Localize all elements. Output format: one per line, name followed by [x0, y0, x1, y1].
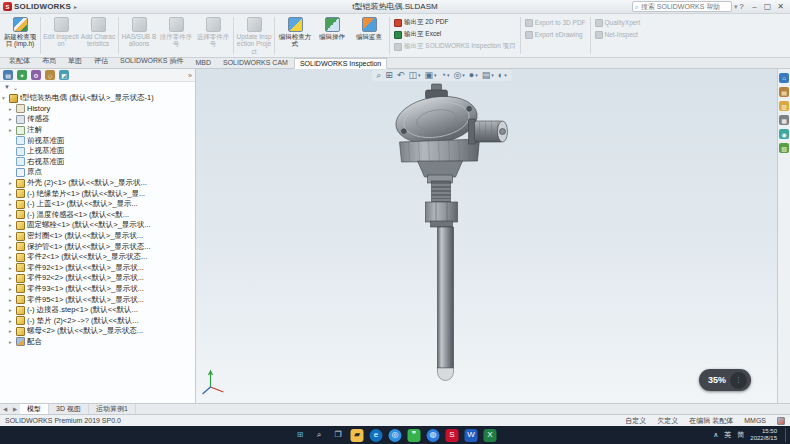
panel-tabs-more-icon[interactable]: »	[188, 72, 192, 79]
sw-resources-icon[interactable]: ⌂	[779, 73, 789, 83]
tab-layout[interactable]: 布局	[36, 54, 62, 68]
tree-item-annotations[interactable]: ▸注解	[0, 125, 195, 136]
expand-arrow-icon[interactable]: ▸	[9, 212, 16, 218]
expand-arrow-icon[interactable]: ▸	[9, 275, 16, 281]
edit-appearance-button[interactable]: ●▾	[469, 71, 478, 80]
export-2d-pdf-button[interactable]: 输出至 2D PDF	[394, 17, 516, 28]
solidworks-app-icon[interactable]: S	[446, 429, 459, 442]
tree-item-part-92-2[interactable]: ▸零件92<2> (默认<<默认>_显示状...	[0, 273, 195, 284]
edge-icon[interactable]: e	[370, 429, 383, 442]
displaymanager-tab[interactable]: ◩	[59, 70, 69, 80]
expand-arrow-icon[interactable]: ▸	[9, 191, 16, 197]
file-explorer-icon[interactable]: ▰	[351, 429, 364, 442]
browser-icon[interactable]: ◎	[389, 429, 402, 442]
menu-expand-arrow-icon[interactable]: ▸	[74, 3, 77, 10]
section-view-button[interactable]: ◫▾	[408, 71, 420, 80]
appearances-scenes-icon[interactable]: ◉	[779, 129, 789, 139]
export-sw-inspection-button[interactable]: 输出至 SOLIDWORKS Inspection 项目	[394, 41, 516, 52]
sort-balloons-button[interactable]: 排序零件序号	[158, 15, 194, 56]
tab-sw-addins[interactable]: SOLIDWORKS 插件	[114, 54, 189, 68]
dimxpertmanager-tab[interactable]: ◇	[45, 70, 55, 80]
chevron-down-icon[interactable]: ▾	[504, 73, 507, 78]
edit-monitor-button[interactable]: 编辑监查	[351, 15, 387, 56]
export-excel-button[interactable]: 输出至 Excel	[394, 29, 516, 40]
doctab-model[interactable]: 模型	[20, 404, 49, 414]
expand-arrow-icon[interactable]: ▸	[9, 116, 16, 122]
capture-overlay-widget[interactable]: 35% ⋮	[699, 369, 751, 391]
custom-properties-icon[interactable]: ▧	[779, 143, 789, 153]
taskbar-clock[interactable]: 15:50 2022/8/15	[750, 428, 777, 442]
tree-item-root[interactable]: ▾t型铠装热电偶 (默认<默认>_显示状态-1)	[0, 93, 195, 104]
task-view-icon[interactable]: ❐	[332, 429, 345, 442]
qualityxpert-button[interactable]: QualityXpert	[595, 17, 641, 28]
zoom-area-button[interactable]: ⊞	[385, 71, 393, 80]
chevron-down-icon[interactable]: ▾	[434, 73, 437, 78]
minimize-button[interactable]: –	[748, 2, 761, 11]
status-tag-icon[interactable]	[777, 417, 785, 425]
search-input[interactable]	[641, 3, 732, 10]
expand-arrow-icon[interactable]: ▸	[9, 222, 16, 228]
tab-evaluate[interactable]: 评估	[88, 54, 114, 68]
new-inspection-project-button[interactable]: 新建检查项目 (imp.h)	[2, 15, 38, 56]
expand-arrow-icon[interactable]: ▸	[9, 201, 16, 207]
tree-item-origin[interactable]: 原点	[0, 167, 195, 178]
maximize-button[interactable]: ▢	[761, 2, 774, 11]
update-inspection-project-button[interactable]: Update Inspection Project	[236, 15, 272, 56]
propertymanager-tab[interactable]: ✦	[17, 70, 27, 80]
tree-item-part-gasket[interactable]: ▸(-) 垫片 (2)<2> ->? (默认<<默认...	[0, 315, 195, 326]
show-desktop-button[interactable]	[785, 428, 787, 442]
hidden-icons-chevron[interactable]: ∧	[713, 431, 718, 439]
tree-item-part-temp-sensor[interactable]: ▸(-) 温度传感器<1> (默认<<默...	[0, 210, 195, 221]
tree-item-part-nut[interactable]: ▸螺母<2> (默认<<默认>_显示状态...	[0, 326, 195, 337]
chevron-down-icon[interactable]: ▾	[491, 73, 494, 78]
chevron-down-icon[interactable]: ▾	[475, 73, 478, 78]
expand-arrow-icon[interactable]: ▸	[9, 127, 16, 133]
help-button[interactable]: ?	[735, 2, 748, 11]
expand-arrow-icon[interactable]: ▸	[9, 307, 16, 313]
tabs-scroll-left[interactable]: ◀	[0, 404, 10, 414]
tree-item-sensors[interactable]: ▸传感器	[0, 114, 195, 125]
expand-arrow-icon[interactable]: ▸	[9, 328, 16, 334]
tab-sw-inspection[interactable]: SOLIDWORKS Inspection	[294, 58, 387, 69]
export-3d-pdf-button[interactable]: Export to 3D PDF	[525, 17, 586, 28]
previous-view-button[interactable]: ↶	[397, 71, 405, 80]
model-3d[interactable]	[196, 69, 777, 403]
file-explorer-pane-icon[interactable]: ▥	[779, 101, 789, 111]
display-style-button[interactable]: ◔▾	[440, 71, 449, 80]
tree-item-part-top-cover[interactable]: ▸(-) 上盖<1> (默认<<默认>_显示...	[0, 199, 195, 210]
chevron-down-icon[interactable]: ▾	[447, 73, 450, 78]
tab-mbd[interactable]: MBD	[189, 57, 217, 68]
tree-item-mates[interactable]: ▸配合	[0, 337, 195, 348]
chevron-down-icon[interactable]: ▾	[462, 73, 465, 78]
close-button[interactable]: ✕	[774, 2, 787, 11]
ime-language-indicator[interactable]: 英	[724, 430, 731, 440]
export-edrawing-button[interactable]: Export eDrawing	[525, 29, 586, 40]
tree-item-part-fixing-bolt[interactable]: ▸固定螺栓<1> (默认<<默认>_显示状...	[0, 220, 195, 231]
tree-item-front-plane[interactable]: 前视基准面	[0, 135, 195, 146]
tabs-scroll-right[interactable]: ▶	[10, 404, 20, 414]
tab-sketch[interactable]: 草图	[62, 54, 88, 68]
tab-assembly[interactable]: 装配体	[3, 54, 36, 68]
tree-item-top-plane[interactable]: 上视基准面	[0, 146, 195, 157]
tree-item-part-92-1[interactable]: ▸零件92<1> (默认<<默认>_显示状...	[0, 263, 195, 274]
expand-arrow-icon[interactable]: ▸	[9, 254, 16, 260]
expand-arrow-icon[interactable]: ▸	[9, 297, 16, 303]
tree-item-part-95[interactable]: ▸零件95<1> (默认<<默认>_显示状...	[0, 294, 195, 305]
add-characteristics-button[interactable]: Add Characteristics	[80, 15, 116, 56]
edit-inspection-button[interactable]: Edit Inspection	[43, 15, 79, 56]
tree-item-part-connector-step[interactable]: ▸(-) 边接器.step<1> (默认<<默认...	[0, 305, 195, 316]
edit-inspection-method-button[interactable]: 编辑检查方式	[277, 15, 313, 56]
edit-operation-button[interactable]: 编辑操作	[314, 15, 350, 56]
filter-chevron-icon[interactable]: ⌄	[13, 84, 18, 91]
tree-item-part-93[interactable]: ▸零件93<1> (默认<<默认>_显示状...	[0, 284, 195, 295]
hide-show-items-button[interactable]: ◎▾	[453, 71, 464, 80]
chevron-down-icon[interactable]: ▾	[418, 73, 421, 78]
tree-item-history[interactable]: ▸History	[0, 104, 195, 115]
filter-funnel-icon[interactable]: ▼	[4, 84, 10, 90]
tree-item-part-2[interactable]: ▸零件2<1> (默认<<默认>_显示状态...	[0, 252, 195, 263]
tree-item-right-plane[interactable]: 右视基准面	[0, 157, 195, 168]
tree-item-part-insulation-gasket[interactable]: ▸(-) 绝缘垫片<1> (默认<<默认>_显...	[0, 188, 195, 199]
design-library-icon[interactable]: ▤	[779, 87, 789, 97]
start-icon[interactable]: ⊞	[294, 429, 307, 442]
expand-arrow-icon[interactable]: ▸	[9, 244, 16, 250]
